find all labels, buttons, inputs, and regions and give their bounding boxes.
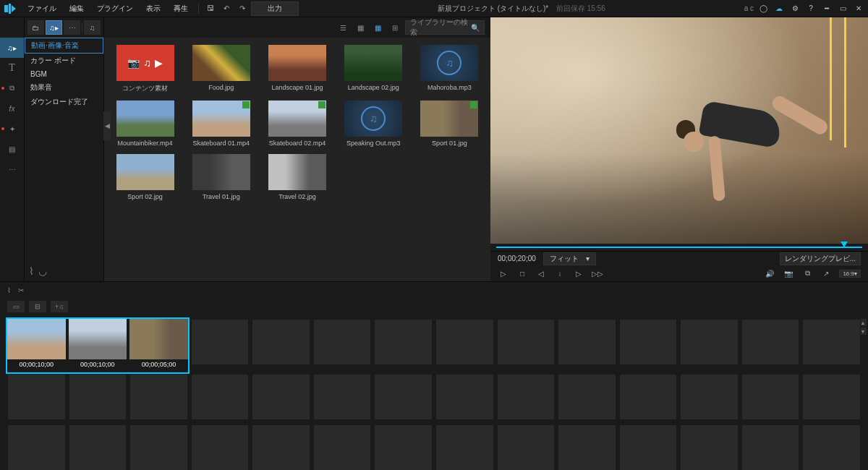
menu-plugin[interactable]: プラグイン — [91, 1, 139, 16]
preview-canvas[interactable] — [490, 17, 868, 244]
storyboard-cell[interactable] — [252, 319, 310, 365]
tool-overlay[interactable]: ⧉ — [0, 78, 24, 98]
view-grid-icon[interactable]: ▦ — [370, 21, 385, 34]
media-item[interactable]: Landscape 01.jpg — [263, 45, 331, 93]
menu-file[interactable]: ファイル — [22, 1, 62, 16]
storyboard-cell[interactable] — [191, 424, 250, 470]
maximize-icon[interactable]: ▭ — [836, 2, 849, 15]
account-icon[interactable]: ◯ — [757, 2, 770, 15]
storyboard-cell[interactable] — [802, 319, 861, 365]
storyboard-cell[interactable] — [7, 374, 66, 420]
prev-frame-icon[interactable]: ◁ — [535, 268, 547, 279]
storyboard-cell[interactable] — [741, 374, 800, 420]
media-item[interactable]: Travel 01.jpg — [187, 154, 255, 200]
menu-view[interactable]: 表示 — [140, 1, 166, 16]
storyboard-cell[interactable] — [741, 319, 800, 365]
storyboard-cell[interactable] — [497, 319, 556, 365]
play-icon[interactable]: ▷ — [498, 268, 509, 279]
media-item[interactable]: 📷♫▶コンテンツ素材 — [111, 45, 179, 93]
sidebar-item[interactable]: カラー ボード — [25, 54, 103, 68]
add-audio-icon[interactable]: +♫ — [51, 301, 68, 312]
storyboard-cell[interactable] — [313, 374, 372, 420]
storyboard-cell[interactable] — [191, 319, 250, 365]
storyboard-cell[interactable] — [497, 374, 556, 420]
storyboard-cell[interactable] — [435, 374, 494, 420]
media-item[interactable]: Sport 01.jpg — [416, 101, 483, 147]
tool-transitions[interactable]: ▤ — [0, 139, 24, 159]
cloud-icon[interactable]: ☁ — [773, 2, 786, 15]
storyboard-cell[interactable] — [7, 424, 66, 470]
collapse-handle-icon[interactable]: ◀ — [103, 111, 111, 140]
sidebar-item[interactable]: ダウンロード完了 — [25, 95, 103, 109]
media-item[interactable]: Travel 02.jpg — [263, 154, 331, 200]
tool-text[interactable]: T — [0, 58, 24, 78]
output-button[interactable]: 出力 — [251, 1, 299, 16]
tool-media[interactable]: ♫▸ — [0, 38, 24, 58]
storyboard-cell[interactable]: 00;00;10;00 — [7, 319, 66, 369]
storyboard-cell[interactable] — [680, 424, 739, 470]
tool-fx[interactable]: fx — [0, 98, 24, 119]
filter-audio-icon[interactable]: ⋯ — [64, 20, 80, 35]
tool-particles[interactable]: ✦ — [0, 119, 24, 139]
storyboard-cell[interactable] — [802, 424, 861, 470]
storyboard-view-icon[interactable]: ▭ — [7, 301, 25, 312]
redo-icon[interactable]: ↷ — [235, 1, 250, 16]
save-icon[interactable]: 🖫 — [203, 1, 218, 16]
media-item[interactable]: Sport 02.jpg — [111, 154, 179, 200]
cut-tool-icon[interactable]: ⌇ — [7, 286, 11, 294]
filter-music-icon[interactable]: ♫ — [84, 20, 101, 35]
filter-media-icon[interactable]: ♫▸ — [46, 20, 62, 35]
export-icon[interactable]: ↗ — [820, 268, 832, 279]
tool-more[interactable]: ⋯ — [0, 159, 24, 179]
eraser-icon[interactable]: ◡ — [38, 265, 47, 277]
app-logo-icon[interactable] — [3, 3, 17, 14]
storyboard-cell[interactable] — [435, 424, 494, 470]
storyboard-cell[interactable] — [374, 319, 433, 365]
storyboard-cell[interactable] — [191, 374, 250, 420]
media-item[interactable]: ♫Mahoroba.mp3 — [416, 45, 483, 93]
stop-icon[interactable]: □ — [516, 268, 528, 279]
storyboard-cell[interactable] — [313, 424, 372, 470]
snapshot-icon[interactable]: 📷 — [783, 268, 794, 279]
settings-icon[interactable]: ⚙ — [788, 2, 801, 15]
menu-edit[interactable]: 編集 — [64, 1, 90, 16]
storyboard-cell[interactable] — [374, 374, 433, 420]
library-search-input[interactable]: ライブラリーの検索 🔍 — [405, 20, 485, 35]
razor-tool-icon[interactable]: ✂ — [18, 286, 24, 294]
storyboard-cell[interactable] — [619, 319, 678, 365]
storyboard-cell[interactable] — [313, 319, 372, 365]
help-icon[interactable]: ? — [804, 2, 817, 15]
preview-scrubber[interactable] — [490, 244, 868, 251]
storyboard-clip[interactable]: 00;00;10;00 — [69, 319, 127, 369]
view-large-icon[interactable]: ⊞ — [388, 21, 402, 34]
media-item[interactable]: Skateboard 01.mp4 — [187, 101, 255, 147]
storyboard-cell[interactable] — [680, 319, 739, 365]
undo-icon[interactable]: ↶ — [219, 1, 234, 16]
media-item[interactable]: ♫Speaking Out.mp3 — [340, 101, 407, 147]
detach-icon[interactable]: ⧉ — [801, 268, 813, 279]
storyboard-cell[interactable] — [69, 424, 127, 470]
volume-icon[interactable]: 🔊 — [764, 268, 775, 279]
fast-forward-icon[interactable]: ▷▷ — [592, 268, 603, 279]
zoom-select[interactable]: フィット ▾ — [543, 252, 596, 265]
close-icon[interactable]: ✕ — [852, 2, 865, 15]
storyboard-cell[interactable] — [252, 374, 310, 420]
storyboard-cell[interactable]: 00;00;05;00 — [129, 319, 188, 369]
storyboard-cell[interactable] — [619, 424, 678, 470]
media-item[interactable]: Mountainbiker.mp4 — [111, 101, 179, 147]
storyboard-cell[interactable] — [680, 374, 739, 420]
aspect-ratio-select[interactable]: 16:9▾ — [839, 270, 861, 278]
media-item[interactable]: Landscape 02.jpg — [340, 45, 407, 93]
playhead-icon[interactable] — [841, 242, 848, 247]
storyboard-clip[interactable]: 00;00;05;00 — [129, 319, 188, 369]
minimize-icon[interactable]: ━ — [820, 2, 833, 15]
storyboard-cell[interactable]: 00;00;10;00 — [69, 319, 127, 369]
storyboard-cell[interactable] — [129, 424, 188, 470]
storyboard-clip[interactable]: 00;00;10;00 — [7, 319, 66, 369]
timeline-view-icon[interactable]: ⊟ — [29, 301, 46, 312]
storyboard-cell[interactable] — [619, 374, 678, 420]
import-folder-icon[interactable]: 🗀 — [27, 20, 44, 35]
storyboard-cell[interactable] — [435, 319, 494, 365]
next-frame-icon[interactable]: ▷ — [573, 268, 584, 279]
render-preview-button[interactable]: レンダリングプレビ... — [780, 252, 861, 265]
